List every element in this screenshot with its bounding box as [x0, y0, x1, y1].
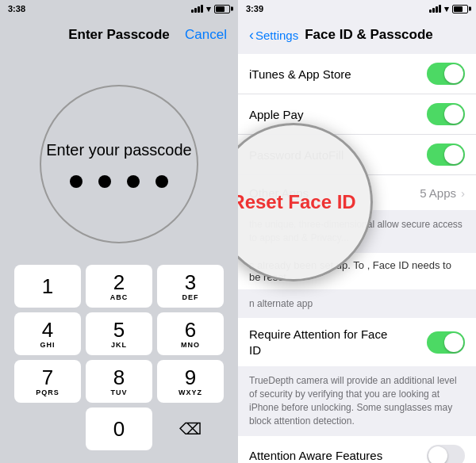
require-attention-toggle[interactable] [427, 331, 465, 354]
key-3[interactable]: 3 DEF [157, 265, 224, 308]
require-attention-desc: TrueDepth camera will provide an additio… [238, 368, 476, 434]
row-itunes: iTunes & App Store [238, 54, 476, 94]
dot-4 [155, 175, 168, 188]
key-4[interactable]: 4 GHI [14, 312, 81, 355]
passcode-circle: Enter your passcode [40, 85, 198, 243]
right-panel: Reset Face ID 3:39 ▾ ‹ Settings Face ID … [238, 0, 476, 463]
keypad-row-3: 7 PQRS 8 TUV 9 WXYZ [8, 360, 230, 403]
back-button[interactable]: ‹ Settings [249, 27, 298, 44]
left-nav-bar: Enter Passcode Cancel [0, 17, 238, 52]
key-1[interactable]: 1 [14, 265, 81, 308]
apple-pay-label: Apple Pay [249, 108, 303, 121]
section-require-attention: Require Attention for Face ID [238, 318, 476, 366]
signal-icon [191, 5, 203, 13]
passcode-area: Enter your passcode [0, 52, 238, 260]
left-nav-title: Enter Passcode [68, 27, 170, 43]
itunes-toggle[interactable] [427, 63, 465, 85]
key-9[interactable]: 9 WXYZ [157, 360, 224, 403]
keypad-row-4: 0 ⌫ [8, 408, 230, 450]
left-status-icons: ▾ [191, 4, 230, 14]
key-0[interactable]: 0 [86, 408, 152, 450]
right-battery-icon [452, 5, 468, 13]
key-2[interactable]: 2 ABC [86, 265, 152, 308]
dot-3 [127, 175, 140, 188]
row-attention-aware: Attention Aware Features [238, 436, 476, 463]
right-time: 3:39 [246, 4, 263, 13]
chevron-right-icon: › [461, 186, 465, 200]
right-signal-icon [429, 5, 441, 13]
dot-1 [70, 175, 83, 188]
right-status-bar: 3:39 ▾ [238, 0, 476, 17]
cancel-button[interactable]: Cancel [185, 27, 227, 43]
passcode-dots [70, 175, 168, 188]
right-wifi-icon: ▾ [444, 4, 449, 14]
other-apps-value: 5 Apps [420, 186, 456, 200]
keypad-row-2: 4 GHI 5 JKL 6 MNO [8, 312, 230, 355]
key-5[interactable]: 5 JKL [86, 312, 152, 355]
key-empty [14, 408, 81, 450]
left-panel: 3:38 ▾ Enter Passcode Cancel Enter your … [0, 0, 238, 463]
left-time: 3:38 [8, 4, 25, 13]
alternate-app-text: n alternate app [238, 291, 476, 317]
left-status-bar: 3:38 ▾ [0, 0, 238, 17]
other-apps-right: 5 Apps › [420, 186, 465, 200]
dot-2 [98, 175, 111, 188]
require-attention-label: Require Attention for Face ID [249, 327, 392, 358]
keypad-row-1: 1 2 ABC 3 DEF [8, 265, 230, 308]
section-attention-aware: Attention Aware Features [238, 436, 476, 463]
wifi-icon: ▾ [206, 4, 211, 14]
row-require-attention: Require Attention for Face ID [238, 318, 476, 366]
right-status-icons: ▾ [429, 4, 468, 14]
passcode-prompt: Enter your passcode [46, 141, 191, 159]
right-nav-title: Face ID & Passcode [305, 27, 433, 43]
key-8[interactable]: 8 TUV [86, 360, 152, 403]
attention-aware-toggle[interactable] [427, 445, 465, 463]
password-autofill-toggle[interactable] [427, 143, 465, 166]
attention-aware-label: Attention Aware Features [249, 449, 382, 462]
key-delete[interactable]: ⌫ [157, 408, 224, 450]
chevron-left-icon: ‹ [249, 27, 254, 44]
keypad: 1 2 ABC 3 DEF 4 GHI 5 JKL 6 MNO [0, 260, 238, 463]
apple-pay-toggle[interactable] [427, 103, 465, 125]
back-label: Settings [255, 29, 298, 42]
reset-face-id-text: Reset Face ID [238, 191, 356, 214]
delete-icon: ⌫ [179, 419, 202, 438]
right-nav-bar: ‹ Settings Face ID & Passcode [238, 17, 476, 52]
key-7[interactable]: 7 PQRS [14, 360, 81, 403]
key-6[interactable]: 6 MNO [157, 312, 224, 355]
itunes-label: iTunes & App Store [249, 67, 351, 81]
battery-icon [214, 5, 230, 13]
